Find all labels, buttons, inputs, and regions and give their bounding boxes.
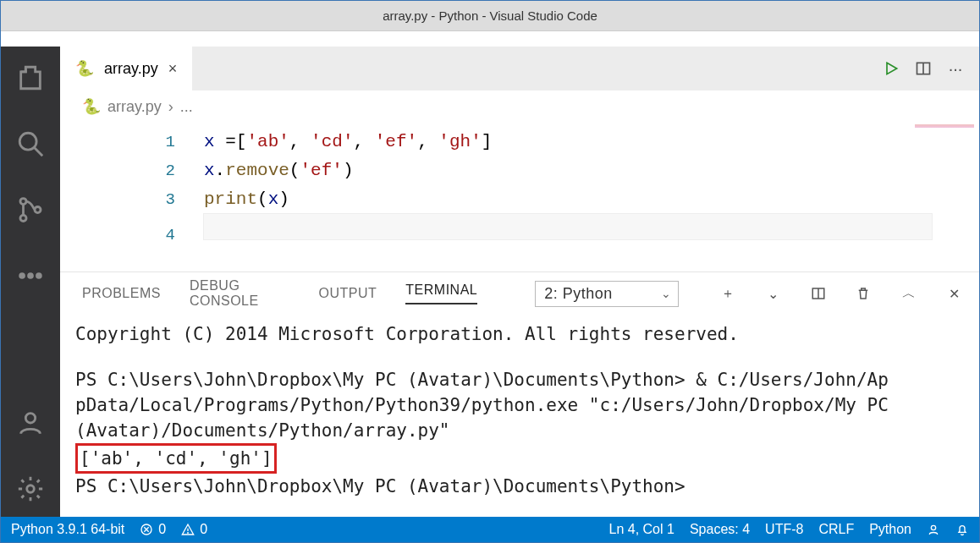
tab-array-py[interactable]: 🐍 array.py × [60, 47, 192, 90]
source-control-icon[interactable] [16, 195, 45, 224]
code-line[interactable]: 4 [60, 214, 979, 250]
tab-terminal[interactable]: TERMINAL [405, 282, 477, 304]
status-python-version[interactable]: Python 3.9.1 64-bit [11, 522, 124, 537]
svg-point-19 [931, 525, 935, 529]
terminal-output-highlight: ['ab', 'cd', 'gh'] [75, 443, 277, 474]
breadcrumb-file: array.py [107, 98, 162, 116]
window-title: array.py - Python - Visual Studio Code [383, 8, 597, 23]
code-content[interactable]: print(x) [204, 185, 289, 214]
chevron-down-icon[interactable]: ⌄ [765, 283, 781, 304]
svg-point-8 [25, 414, 35, 423]
tab-close-icon[interactable]: × [168, 60, 178, 78]
run-button[interactable] [879, 57, 903, 80]
code-editor[interactable]: 1x =['ab', 'cd', 'ef', 'gh']2x.remove('e… [60, 123, 979, 272]
status-spaces[interactable]: Spaces: 4 [690, 522, 750, 537]
breadcrumb-sep: › [168, 98, 173, 116]
editor-group: 🐍 array.py × ··· 🐍 array.py › ... 1x =['… [60, 47, 979, 517]
chevron-down-icon: ⌄ [661, 287, 672, 300]
terminal-selector[interactable]: 2: Python ⌄ [535, 281, 679, 307]
split-terminal-icon[interactable] [810, 283, 826, 304]
minimap[interactable] [915, 124, 974, 133]
more-icon[interactable] [16, 261, 45, 290]
activity-bar [1, 47, 60, 517]
python-file-icon: 🐍 [82, 97, 101, 116]
breadcrumb[interactable]: 🐍 array.py › ... [60, 90, 979, 123]
svg-point-2 [20, 199, 26, 205]
terminal-line: PS C:\Users\John\Dropbox\My PC (Avatar)\… [75, 474, 966, 499]
tab-output[interactable]: OUTPUT [319, 286, 377, 301]
maximize-panel-icon[interactable]: ︿ [900, 283, 917, 304]
vscode-window: array.py - Python - Visual Studio Code F… [0, 0, 980, 543]
tab-row: 🐍 array.py × ··· [60, 47, 979, 90]
svg-point-9 [27, 485, 35, 493]
trash-icon[interactable] [856, 283, 872, 304]
code-content[interactable] [204, 214, 932, 239]
code-content[interactable]: x.remove('ef') [204, 156, 353, 185]
code-line[interactable]: 2x.remove('ef') [60, 156, 979, 185]
code-line[interactable]: 3print(x) [60, 185, 979, 214]
editor-more-icon[interactable]: ··· [944, 57, 967, 80]
line-number: 4 [60, 221, 204, 250]
title-bar: array.py - Python - Visual Studio Code [1, 1, 979, 31]
terminal-line: pData/Local/Programs/Python/Python39/pyt… [75, 392, 966, 418]
status-bar: Python 3.9.1 64-bit 0 0 Ln 4, Col 1 Spac… [1, 517, 979, 542]
bell-icon[interactable] [955, 523, 969, 536]
terminal-line: Copyright (C) 2014 Microsoft Corporation… [75, 321, 966, 347]
status-language[interactable]: Python [869, 522, 911, 537]
line-number: 2 [60, 156, 204, 185]
panel-tabs: PROBLEMS DEBUG CONSOLE OUTPUT TERMINAL 2… [60, 272, 979, 315]
feedback-icon[interactable] [927, 523, 940, 536]
svg-point-7 [37, 274, 41, 278]
line-number: 3 [60, 185, 204, 214]
line-number: 1 [60, 128, 204, 156]
svg-point-18 [188, 533, 189, 534]
code-content[interactable]: x =['ab', 'cd', 'ef', 'gh'] [204, 128, 492, 156]
status-cursor-pos[interactable]: Ln 4, Col 1 [609, 522, 674, 537]
menu-bar: File Edit Selection View Go Run [1, 31, 979, 47]
tab-problems[interactable]: PROBLEMS [82, 286, 161, 301]
terminal-selector-label: 2: Python [544, 285, 613, 302]
tab-debug-console[interactable]: DEBUG CONSOLE [190, 278, 290, 309]
new-terminal-icon[interactable]: ＋ [719, 283, 735, 304]
svg-point-5 [20, 274, 25, 278]
svg-line-1 [34, 147, 42, 156]
breadcrumb-rest: ... [180, 98, 193, 116]
svg-point-6 [29, 274, 33, 278]
terminal-line: (Avatar)/Documents/Python/array.py" [75, 418, 966, 443]
status-errors[interactable]: 0 [140, 522, 166, 537]
explorer-icon[interactable] [16, 63, 45, 92]
account-icon[interactable] [16, 409, 45, 437]
tab-label: array.py [104, 60, 158, 78]
terminal-output[interactable]: Copyright (C) 2014 Microsoft Corporation… [60, 315, 979, 517]
search-icon[interactable] [16, 129, 45, 158]
bottom-panel: PROBLEMS DEBUG CONSOLE OUTPUT TERMINAL 2… [60, 272, 979, 517]
code-line[interactable]: 1x =['ab', 'cd', 'ef', 'gh'] [60, 128, 979, 156]
status-eol[interactable]: CRLF [818, 522, 854, 537]
svg-point-3 [20, 215, 26, 221]
svg-point-4 [35, 206, 41, 212]
status-encoding[interactable]: UTF-8 [765, 522, 803, 537]
close-panel-icon[interactable]: ✕ [946, 283, 962, 304]
settings-gear-icon[interactable] [16, 474, 45, 503]
svg-point-0 [19, 133, 36, 150]
terminal-line: PS C:\Users\John\Dropbox\My PC (Avatar)\… [75, 367, 966, 392]
python-file-icon: 🐍 [75, 59, 94, 78]
split-editor-icon[interactable] [911, 57, 935, 80]
status-warnings[interactable]: 0 [181, 522, 207, 537]
